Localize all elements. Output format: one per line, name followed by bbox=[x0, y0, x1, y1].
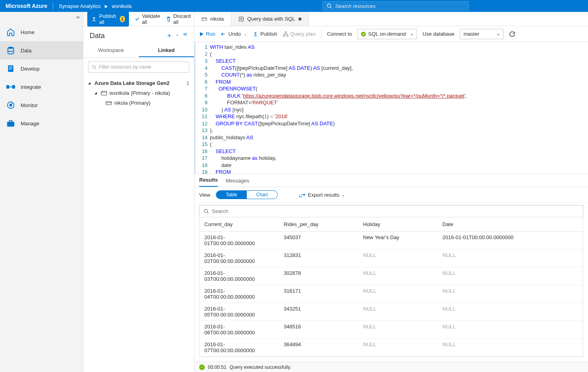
upload-icon bbox=[91, 16, 97, 22]
column-header[interactable]: Rides_per_day bbox=[279, 217, 358, 231]
toolbox-icon bbox=[6, 119, 15, 128]
table-cell: 316171 bbox=[279, 285, 358, 303]
add-button[interactable]: + bbox=[167, 32, 171, 40]
chevron-down-icon: ⌄ bbox=[244, 32, 247, 36]
tab-linked[interactable]: Linked bbox=[139, 44, 194, 57]
global-search[interactable] bbox=[322, 1, 469, 11]
table-row[interactable]: 2016-01-07T00:00:00.0000000364894NULLNUL… bbox=[200, 339, 583, 357]
chevron-right-icon: ▶ bbox=[105, 4, 108, 8]
column-header[interactable]: Holiday bbox=[358, 217, 438, 231]
filter-input[interactable] bbox=[99, 64, 186, 70]
file-tab-nikola[interactable]: nikola bbox=[194, 12, 231, 26]
nav-monitor[interactable]: Monitor bbox=[0, 96, 83, 114]
svg-point-15 bbox=[92, 65, 96, 69]
result-search-box[interactable] bbox=[199, 205, 583, 217]
nav-data[interactable]: Data bbox=[0, 41, 83, 59]
refresh-button[interactable] bbox=[509, 31, 515, 37]
svg-rect-14 bbox=[9, 121, 12, 122]
validate-all-button[interactable]: Validate all bbox=[135, 13, 160, 25]
filter-box[interactable] bbox=[88, 61, 189, 73]
table-cell: 2016-01-01T00:00:00.0000000 bbox=[438, 232, 583, 249]
table-row[interactable]: 2016-01-01T00:00:00.0000000345037New Yea… bbox=[200, 232, 583, 249]
tab-messages[interactable]: Messages bbox=[226, 174, 249, 187]
status-ok-icon bbox=[361, 32, 366, 36]
publish-all-button[interactable]: Publish all 1 bbox=[87, 12, 129, 27]
breadcrumb-service[interactable]: Synapse Analytics bbox=[59, 3, 101, 9]
tree-label: Azure Data Lake Storage Gen2 bbox=[94, 80, 169, 86]
database-icon bbox=[6, 46, 15, 55]
pipeline-icon bbox=[6, 82, 15, 91]
code-area[interactable]: WITH taxi_rides AS( SELECT CAST([tpepPic… bbox=[210, 42, 588, 174]
table-row[interactable]: 2016-01-02T00:00:00.0000000312831NULLNUL… bbox=[200, 249, 583, 267]
svg-point-2 bbox=[8, 47, 14, 49]
nav-develop[interactable]: Develop bbox=[0, 59, 83, 78]
refresh-button[interactable]: ≪ bbox=[183, 32, 188, 40]
column-header[interactable]: Date bbox=[438, 217, 583, 231]
undo-button[interactable]: Undo ⌄ bbox=[221, 31, 247, 37]
results-tabs: Results Messages bbox=[194, 174, 588, 187]
publish-button[interactable]: Publish bbox=[253, 31, 277, 37]
nav-label: Integrate bbox=[21, 84, 41, 90]
table-cell: NULL bbox=[358, 339, 438, 356]
global-search-input[interactable] bbox=[335, 3, 465, 9]
separator bbox=[321, 30, 321, 38]
table-cell: NULL bbox=[358, 249, 438, 267]
svg-rect-5 bbox=[9, 68, 12, 68]
svg-line-16 bbox=[95, 68, 96, 69]
nav-label: Home bbox=[21, 29, 35, 35]
view-chart-button[interactable]: Chart bbox=[247, 191, 277, 199]
nav-home[interactable]: Home bbox=[0, 23, 83, 41]
home-icon bbox=[6, 28, 15, 36]
brand-label[interactable]: Microsoft Azure bbox=[6, 3, 47, 9]
table-cell: NULL bbox=[438, 249, 583, 267]
nav-manage[interactable]: Manage bbox=[0, 114, 83, 132]
view-table-button[interactable]: Table bbox=[216, 191, 247, 199]
run-button[interactable]: Run bbox=[199, 31, 215, 37]
resource-tree: ◢ Azure Data Lake Storage Gen2 1 ◢ wsnik… bbox=[83, 77, 194, 109]
database-select[interactable]: master bbox=[460, 29, 503, 39]
svg-point-29 bbox=[204, 209, 208, 213]
table-row[interactable]: 2016-01-06T00:00:00.0000000348516NULLNUL… bbox=[200, 321, 583, 339]
tree-container[interactable]: nikola (Primary) bbox=[88, 98, 189, 108]
table-row[interactable]: 2016-01-05T00:00:00.0000000343251NULLNUL… bbox=[200, 303, 583, 321]
document-icon bbox=[6, 64, 15, 73]
table-cell: 348516 bbox=[279, 321, 358, 338]
nav-integrate[interactable]: Integrate bbox=[0, 78, 83, 96]
table-cell: 312831 bbox=[279, 249, 358, 267]
export-results-button[interactable]: Export results ⌄ bbox=[299, 192, 345, 198]
undo-icon bbox=[221, 32, 227, 36]
status-ok-icon: ✓ bbox=[199, 364, 205, 370]
sql-icon bbox=[238, 16, 244, 22]
expand-collapse-button[interactable]: ⌄ bbox=[175, 32, 179, 40]
table-cell: NULL bbox=[438, 321, 583, 338]
svg-rect-19 bbox=[106, 102, 111, 105]
collapse-nav-button[interactable]: ≪ bbox=[76, 15, 80, 19]
table-cell: 2016-01-03T00:00:00.0000000 bbox=[200, 267, 279, 285]
breadcrumb-workspace[interactable]: wsnikola bbox=[112, 3, 132, 9]
column-header[interactable]: Current_day bbox=[200, 217, 279, 231]
svg-line-30 bbox=[207, 212, 208, 213]
file-tab-query[interactable]: Query data with SQL bbox=[231, 12, 309, 26]
validate-label: Validate all bbox=[142, 13, 160, 25]
result-search-input[interactable] bbox=[212, 208, 579, 214]
tree-workspace[interactable]: ◢ wsnikola (Primary - nikola) bbox=[88, 88, 189, 98]
view-row: View Table Chart Export results ⌄ bbox=[194, 187, 588, 203]
svg-rect-3 bbox=[8, 65, 13, 72]
connect-to-select[interactable]: SQL on-demand bbox=[357, 29, 417, 39]
panel-header: Data + ⌄ ≪ bbox=[83, 26, 194, 44]
table-cell: 2016-01-02T00:00:00.0000000 bbox=[200, 249, 279, 267]
sql-editor[interactable]: 12345678910111213141516171819 WITH taxi_… bbox=[194, 42, 588, 174]
container-icon bbox=[202, 17, 207, 21]
container-icon bbox=[106, 101, 112, 105]
tab-workspace[interactable]: Workspace bbox=[83, 44, 139, 57]
table-cell: NULL bbox=[438, 339, 583, 356]
check-icon bbox=[135, 16, 140, 22]
storage-icon bbox=[101, 91, 107, 96]
table-cell: NULL bbox=[438, 285, 583, 303]
table-row[interactable]: 2016-01-04T00:00:00.0000000316171NULLNUL… bbox=[200, 285, 583, 303]
table-cell: 2016-01-04T00:00:00.0000000 bbox=[200, 285, 279, 303]
table-row[interactable]: 2016-01-03T00:00:00.0000000302878NULLNUL… bbox=[200, 267, 583, 285]
tab-results[interactable]: Results bbox=[199, 174, 218, 187]
tree-root[interactable]: ◢ Azure Data Lake Storage Gen2 1 bbox=[88, 78, 189, 88]
discard-all-button[interactable]: Discard all bbox=[166, 13, 191, 25]
